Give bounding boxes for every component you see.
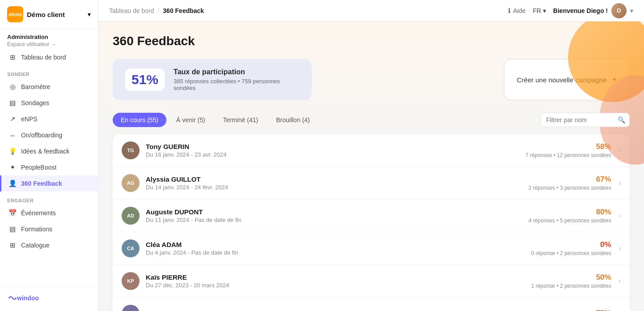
sidebar-header[interactable]: démo Démo client ▾ bbox=[0, 0, 98, 29]
feedback-sub: 7 réponses • 12 personnes sondées bbox=[525, 152, 611, 158]
feedback-info: Agathe PIERRE bbox=[146, 310, 596, 311]
table-row[interactable]: AG Alyssia GUILLOT Du 14 janv. 2024 - 24… bbox=[113, 167, 630, 200]
user-info: Bienvenue Diego ! D ▾ bbox=[553, 3, 633, 18]
feedback-stats: 50% 1 réponse • 2 personnes sondées bbox=[531, 273, 611, 289]
feedback-name: Tony GUERIN bbox=[146, 143, 525, 150]
feedback-percent: 75% bbox=[596, 309, 611, 311]
feedback-stats: 80% 4 réponses • 5 personnes sondées bbox=[529, 208, 611, 224]
engager-section: ENGAGER bbox=[0, 192, 98, 205]
participation-percent: 51% bbox=[125, 68, 165, 91]
sidebar-item-360-feedback[interactable]: 👤 360 Feedback bbox=[0, 175, 98, 192]
feedback-dates: Du 14 janv. 2024 - 24 févr. 2024 bbox=[146, 184, 529, 191]
svg-text:windoo: windoo bbox=[17, 294, 39, 302]
stat-label: Taux de participation bbox=[174, 68, 299, 76]
filter-area: 🔍 bbox=[540, 113, 630, 127]
feedback-dates: Du 16 janv. 2024 - 23 avr. 2024 bbox=[146, 151, 525, 158]
create-campaign-button[interactable]: Créer une nouvelle campagne + bbox=[504, 59, 630, 100]
content-area: 360 Feedback 51% Taux de participation 3… bbox=[98, 21, 644, 311]
tab-a-venir[interactable]: À venir (5) bbox=[168, 113, 213, 127]
chevron-right-icon: › bbox=[619, 179, 621, 187]
avatar: TG bbox=[122, 141, 140, 159]
sidebar-item-onoffboarding[interactable]: ↔ On/offboarding bbox=[0, 127, 98, 143]
sidebar-item-peopleboost[interactable]: ✦ PeopleBoost bbox=[0, 159, 98, 175]
stat-sub: 385 réponses collectées • 759 personnes … bbox=[174, 78, 299, 91]
help-label: Aide bbox=[513, 7, 525, 14]
sidebar-item-sondages[interactable]: ▤ Sondages bbox=[0, 95, 98, 111]
table-row[interactable]: CA Cléa ADAM Du 4 janv. 2024 - Pas de da… bbox=[113, 232, 630, 265]
chevron-down-icon: ▾ bbox=[88, 11, 91, 18]
language-selector[interactable]: FR ▾ bbox=[533, 7, 546, 14]
feedback-percent: 58% bbox=[525, 142, 611, 151]
sidebar-item-label: Idées & feedback bbox=[21, 148, 69, 155]
feedback-name: Alyssia GUILLOT bbox=[146, 175, 529, 183]
breadcrumb: Tableau de bord / 360 Feedback bbox=[109, 7, 204, 14]
feedback-name: Auguste DUPONT bbox=[146, 208, 529, 216]
help-button[interactable]: ℹ Aide bbox=[508, 7, 525, 15]
formations-icon: ▤ bbox=[8, 225, 17, 233]
feedback-info: Cléa ADAM Du 4 janv. 2024 - Pas de date … bbox=[146, 241, 531, 256]
sidebar-item-label: Tableau de bord bbox=[21, 54, 66, 61]
feedback-icon: 👤 bbox=[8, 179, 17, 187]
tab-termine[interactable]: Terminé (41) bbox=[215, 113, 267, 127]
sidebar-item-formations[interactable]: ▤ Formations bbox=[0, 221, 98, 237]
table-row[interactable]: TG Tony GUERIN Du 16 janv. 2024 - 23 avr… bbox=[113, 134, 630, 167]
sidebar-item-evenements[interactable]: 📅 Événements bbox=[0, 205, 98, 221]
catalogue-icon: ⊞ bbox=[8, 241, 17, 249]
search-input[interactable] bbox=[540, 113, 630, 127]
sidebar-item-barometre[interactable]: ◎ Baromètre bbox=[0, 79, 98, 95]
windoo-logo: windoo bbox=[7, 294, 91, 304]
feedback-dates: Du 4 janv. 2024 - Pas de date de fin bbox=[146, 249, 531, 256]
page-title: 360 Feedback bbox=[113, 34, 630, 48]
tabs-row: En cours (55) À venir (5) Terminé (41) B… bbox=[113, 113, 630, 127]
feedback-dates: Du 27 déc. 2023 - 20 mars 2024 bbox=[146, 282, 531, 289]
tab-brouillon[interactable]: Brouillon (4) bbox=[268, 113, 318, 127]
barometre-icon: ◎ bbox=[8, 83, 17, 91]
feedback-stats: 0% 0 réponse • 2 personnes sondées bbox=[531, 240, 611, 256]
topbar: Tableau de bord / 360 Feedback ℹ Aide FR… bbox=[98, 0, 644, 21]
feedback-info: Tony GUERIN Du 16 janv. 2024 - 23 avr. 2… bbox=[146, 143, 525, 158]
sidebar-item-label: On/offboarding bbox=[21, 132, 62, 139]
info-icon: ℹ bbox=[508, 7, 511, 15]
avatar[interactable]: D bbox=[611, 3, 627, 18]
stats-row: 51% Taux de participation 385 réponses c… bbox=[113, 59, 630, 100]
sidebar-item-label: Formations bbox=[21, 226, 52, 233]
feedback-list: TG Tony GUERIN Du 16 janv. 2024 - 23 avr… bbox=[113, 134, 630, 311]
chevron-down-icon: ▾ bbox=[543, 7, 546, 14]
stat-info: Taux de participation 385 réponses colle… bbox=[174, 68, 299, 91]
avatar: AD bbox=[122, 207, 140, 225]
table-row[interactable]: KP Kaïs PIERRE Du 27 déc. 2023 - 20 mars… bbox=[113, 265, 630, 298]
feedback-sub: 0 réponse • 2 personnes sondées bbox=[531, 250, 611, 256]
breadcrumb-home[interactable]: Tableau de bord bbox=[109, 7, 154, 14]
sidebar-item-label: eNPS bbox=[21, 115, 38, 123]
welcome-text: Bienvenue Diego ! bbox=[553, 7, 608, 14]
sidebar-item-tableau-de-bord[interactable]: ⊞ Tableau de bord bbox=[0, 49, 98, 65]
events-icon: 📅 bbox=[8, 209, 17, 217]
feedback-name: Cléa ADAM bbox=[146, 241, 531, 248]
onoff-icon: ↔ bbox=[8, 131, 17, 139]
sidebar-item-idees-feedback[interactable]: 💡 Idées & feedback bbox=[0, 143, 98, 159]
app-name: Démo client bbox=[27, 11, 84, 18]
sidebar: démo Démo client ▾ Administration Espace… bbox=[0, 0, 98, 311]
breadcrumb-sep: / bbox=[157, 7, 159, 14]
chevron-right-icon: › bbox=[619, 146, 621, 154]
sidebar-item-label: 360 Feedback bbox=[21, 180, 62, 187]
participation-card: 51% Taux de participation 385 réponses c… bbox=[113, 59, 312, 100]
sidebar-footer: windoo bbox=[0, 286, 98, 311]
avatar: CA bbox=[122, 239, 140, 257]
tab-en-cours[interactable]: En cours (55) bbox=[113, 113, 166, 127]
app-logo: démo bbox=[7, 6, 23, 22]
feedback-stats: 58% 7 réponses • 12 personnes sondées bbox=[525, 142, 611, 158]
sidebar-item-label: Baromètre bbox=[21, 83, 50, 90]
enps-icon: ↗ bbox=[8, 115, 17, 123]
table-row[interactable]: AD Auguste DUPONT Du 11 janv. 2024 - Pas… bbox=[113, 200, 630, 232]
chevron-right-icon: › bbox=[619, 212, 621, 220]
topbar-right: ℹ Aide FR ▾ Bienvenue Diego ! D ▾ bbox=[508, 3, 633, 18]
avatar: KP bbox=[122, 272, 140, 290]
feedback-stats: 67% 2 réponses • 3 personnes sondées bbox=[529, 175, 611, 191]
create-btn-label: Créer une nouvelle campagne bbox=[517, 76, 607, 84]
sonder-section: SONDER bbox=[0, 65, 98, 79]
table-row[interactable]: AP Agathe PIERRE 75% › bbox=[113, 298, 630, 311]
sidebar-item-enps[interactable]: ↗ eNPS bbox=[0, 111, 98, 127]
sidebar-item-catalogue[interactable]: ⊞ Catalogue bbox=[0, 237, 98, 253]
chevron-right-icon: › bbox=[619, 244, 621, 252]
